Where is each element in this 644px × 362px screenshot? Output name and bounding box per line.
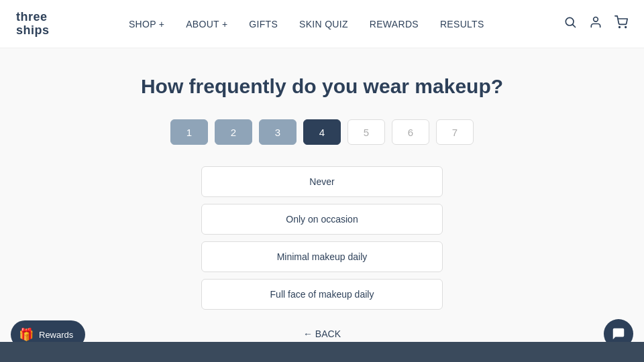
step-1[interactable]: 1 [170, 119, 208, 145]
nav-shop[interactable]: SHOP + [129, 19, 164, 29]
svg-point-0 [566, 17, 574, 25]
step-2[interactable]: 2 [215, 119, 252, 145]
option-minimal[interactable]: Minimal makeup daily [201, 241, 443, 272]
rewards-icon: 🎁 [19, 327, 34, 342]
option-never[interactable]: Never [201, 166, 443, 197]
search-icon[interactable] [564, 15, 577, 32]
option-full[interactable]: Full face of makeup daily [201, 279, 443, 310]
logo[interactable]: three ships [16, 11, 50, 38]
footer-bar [0, 342, 644, 362]
svg-line-1 [573, 25, 576, 27]
nav-rewards[interactable]: REWARDS [370, 19, 419, 29]
quiz-main: How frequently do you wear makeup? 1 2 3… [0, 48, 644, 339]
rewards-label: Rewards [39, 330, 73, 340]
step-6[interactable]: 6 [392, 119, 429, 145]
nav-gifts[interactable]: GIFTS [249, 19, 278, 29]
cart-icon[interactable] [614, 15, 628, 32]
answer-options: Never Only on occasion Minimal makeup da… [201, 166, 443, 310]
main-nav: SHOP + ABOUT + GIFTS SKIN QUIZ REWARDS R… [129, 19, 484, 29]
step-4[interactable]: 4 [303, 119, 341, 145]
header-icons [564, 15, 628, 32]
nav-results[interactable]: RESULTS [440, 19, 484, 29]
svg-point-4 [625, 27, 627, 28]
svg-point-3 [619, 27, 621, 28]
step-3[interactable]: 3 [259, 119, 297, 145]
option-occasion[interactable]: Only on occasion [201, 204, 443, 235]
step-5[interactable]: 5 [347, 119, 385, 145]
svg-point-2 [594, 17, 598, 22]
nav-skin-quiz[interactable]: SKIN QUIZ [299, 19, 348, 29]
logo-line2: ships [16, 24, 50, 38]
logo-line1: three [16, 11, 50, 24]
nav-about[interactable]: ABOUT + [186, 19, 227, 29]
step-indicators: 1 2 3 4 5 6 7 [170, 119, 474, 145]
site-header: three ships SHOP + ABOUT + GIFTS SKIN QU… [0, 0, 644, 48]
quiz-title: How frequently do you wear makeup? [141, 75, 503, 98]
back-button[interactable]: ← BACK [303, 328, 341, 339]
step-7[interactable]: 7 [436, 119, 474, 145]
account-icon[interactable] [589, 15, 602, 32]
